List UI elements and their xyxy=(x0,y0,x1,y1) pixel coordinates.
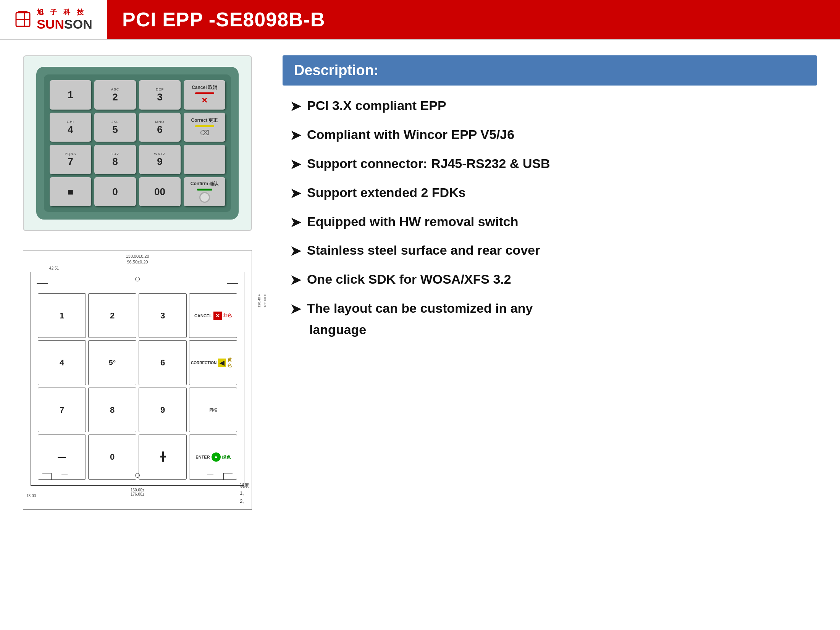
bullet-arrow-5: ➤ xyxy=(290,242,301,260)
diagram-key-grid: 1 2 3 CANCEL ✕ 红色 4 5° 6 CORRECTION ◀ xyxy=(31,272,244,485)
dim-bottom: 160.00± 176.00± xyxy=(26,488,249,496)
d-key-8: 8 xyxy=(88,388,136,433)
svg-rect-1 xyxy=(18,11,27,13)
logo-chinese: 旭 子 科 技 xyxy=(37,8,92,17)
key-7: PQRS 7 xyxy=(50,145,91,174)
dim-label-3: 42.51 xyxy=(49,266,249,270)
bullet-item-0: ➤ PCI 3.X compliant EPP xyxy=(290,97,817,115)
bullet-arrow-3: ➤ xyxy=(290,185,301,202)
bullet-arrow-1: ➤ xyxy=(290,127,301,144)
bullet-arrow-7: ➤ xyxy=(290,300,301,318)
circle-bottom xyxy=(135,473,140,478)
d-key-5: 5° xyxy=(88,340,136,385)
d-key-9: 9 xyxy=(139,388,187,433)
circle-top xyxy=(135,277,140,281)
page-title: PCI EPP -SE8098B-B xyxy=(122,8,325,31)
title-area: PCI EPP -SE8098B-B xyxy=(107,0,840,39)
key-3: DEF 3 xyxy=(139,80,181,110)
keypad-diagram: 138.00±0.20 96.50±0.20 42.51 1 2 xyxy=(23,250,252,510)
logo-son: SON xyxy=(64,17,92,32)
dim-label-4: 13.00 xyxy=(26,494,36,498)
description-header: Description: xyxy=(283,55,817,86)
keypad-device: 1 ABC 2 DEF 3 Cancel 取消 ✕ xyxy=(36,67,239,220)
bullet-item-1: ➤ Compliant with Wincor EPP V5/J6 xyxy=(290,126,817,144)
right-column: Description: ➤ PCI 3.X compliant EPP ➤ C… xyxy=(283,55,817,510)
logo-name-row: SUN SON xyxy=(37,17,92,32)
key-4: GHI 4 xyxy=(50,113,91,142)
key-dot: ■ xyxy=(50,177,91,207)
d-key-6: 6 xyxy=(139,340,187,385)
bullet-item-3: ➤ Support extended 2 FDKs xyxy=(290,184,817,202)
notch-tl xyxy=(37,276,48,284)
dim-right-2: 132.60± xyxy=(263,293,267,308)
bullet-arrow-6: ➤ xyxy=(290,271,301,289)
notch-bl2 xyxy=(61,475,68,481)
key-cancel: Cancel 取消 ✕ xyxy=(184,80,225,110)
d-key-0: 0 xyxy=(88,435,136,480)
key-8: TUV 8 xyxy=(94,145,136,174)
bullet-list: ➤ PCI 3.X compliant EPP ➤ Compliant with… xyxy=(283,97,817,339)
keypad-grid: 1 ABC 2 DEF 3 Cancel 取消 ✕ xyxy=(44,74,231,212)
notch-tr xyxy=(227,276,238,284)
bullet-item-7: ➤ The layout can be customized in any la… xyxy=(290,300,817,339)
notch-br2 xyxy=(207,475,213,481)
bullet-item-6: ➤ One click SDK for WOSA/XFS 3.2 xyxy=(290,271,817,289)
d-key-1: 1 xyxy=(38,293,86,338)
diagram-border: 1 2 3 CANCEL ✕ 红色 4 5° 6 CORRECTION ◀ xyxy=(31,272,244,486)
bullet-item-5: ➤ Stainless steel surface and rear cover xyxy=(290,242,817,260)
d-key-3: 3 xyxy=(139,293,187,338)
key-9: WXYZ 9 xyxy=(139,145,181,174)
bullet-arrow-0: ➤ xyxy=(290,98,301,115)
dim-labels-top: 138.00±0.20 96.50±0.20 xyxy=(26,254,249,265)
key-1: 1 xyxy=(50,80,91,110)
logo-icon xyxy=(15,10,34,29)
main-content: 1 ABC 2 DEF 3 Cancel 取消 ✕ xyxy=(0,40,840,525)
key-confirm: Confirm 确认 xyxy=(184,177,225,207)
left-column: 1 ABC 2 DEF 3 Cancel 取消 ✕ xyxy=(23,55,260,510)
notch-bl xyxy=(42,473,52,480)
diagram-notes: 说明 1、 2、 xyxy=(240,482,250,506)
bullet-item-2: ➤ Support connector: RJ45-RS232 & USB xyxy=(290,155,817,173)
key-5: JKL 5 xyxy=(94,113,136,142)
logo-area: 旭 子 科 技 SUN SON xyxy=(0,0,107,39)
bullet-arrow-4: ➤ xyxy=(290,214,301,231)
d-key-4: 4 xyxy=(38,340,86,385)
logo-box: 旭 子 科 技 SUN SON xyxy=(15,8,92,32)
notch-br xyxy=(223,473,233,480)
dim-right-1: 120.40± xyxy=(257,293,261,308)
key-2: ABC 2 xyxy=(94,80,136,110)
d-key-cancel: CANCEL ✕ 红色 xyxy=(189,293,237,338)
keypad-photo: 1 ABC 2 DEF 3 Cancel 取消 ✕ xyxy=(23,55,252,231)
d-key-2: 2 xyxy=(88,293,136,338)
bullet-arrow-2: ➤ xyxy=(290,156,301,173)
key-empty-1 xyxy=(184,145,225,174)
header: 旭 子 科 技 SUN SON PCI EPP -SE8098B-B xyxy=(0,0,840,40)
d-key-correction: CORRECTION ◀ 黄色 xyxy=(189,340,237,385)
d-key-7: 7 xyxy=(38,388,86,433)
key-correct: Correct 更正 ⌫ xyxy=(184,113,225,142)
d-key-plus: ╋ xyxy=(139,435,187,480)
key-00: 00 xyxy=(139,177,181,207)
key-6: MNO 6 xyxy=(139,113,181,142)
bullet-item-4: ➤ Equipped with HW removal switch xyxy=(290,213,817,231)
key-0: 0 xyxy=(94,177,136,207)
d-key-empty-r3: 四框 xyxy=(189,388,237,433)
logo-sun: SUN xyxy=(37,17,64,32)
